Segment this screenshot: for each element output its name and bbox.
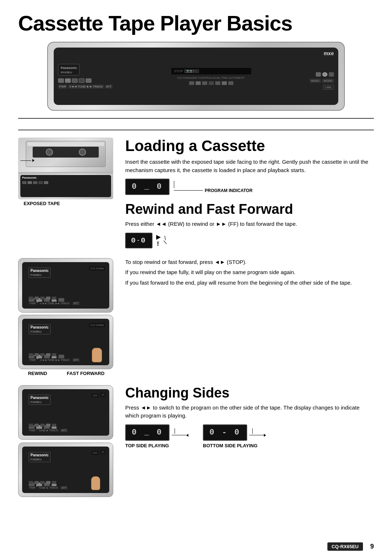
- top-side-label: TOP SIDE PLAYING: [125, 443, 169, 448]
- changing-sides-body: Press ◄► to switch to the program on the…: [125, 404, 374, 420]
- rewind-ff-heading: Rewind and Fast Forward: [125, 201, 374, 217]
- top-side-device-img: PanasonicFX65EU 25 CO: [18, 385, 113, 440]
- top-side-display-item: 0 _ 0 TOP SIDE PLAYING: [125, 424, 188, 448]
- loading-left-col: Panasonic EXPOSED: [18, 138, 114, 206]
- changing-sides-heading: Changing Sides: [125, 385, 374, 401]
- rewind-device-images: PanasonicFX65EU CO CHAN: [18, 258, 114, 376]
- program-indicator-row: 0 _ 0 PROGRAM INDICATOR: [125, 179, 374, 195]
- changing-sides-right-col: Changing Sides Press ◄► to switch to the…: [125, 385, 374, 448]
- section-divider: [18, 130, 374, 130]
- page-title: Cassette Tape Player Basics: [18, 11, 374, 35]
- ff-display: 0-0: [125, 233, 152, 248]
- top-device-section: Panasonic RX65EU PWR V◄◄ TUNE ►► TRACK A…: [18, 42, 374, 119]
- stop-text: To stop rewind or fast forward, press ◄►…: [125, 258, 374, 266]
- loading-right-col: Loading a Cassette Insert the cassette w…: [125, 138, 374, 253]
- bottom-side-device-img: PanasonicFX65EU 25 CO: [18, 443, 113, 497]
- changing-sides-displays: 0 _ 0 TOP SIDE PLAYING: [125, 424, 374, 448]
- changing-sides-section: PanasonicFX65EU 25 CO: [18, 385, 374, 497]
- loading-heading: Loading a Cassette: [125, 138, 374, 154]
- page-footer: CQ-RX65EU 9: [327, 542, 374, 551]
- rewind-ff-body: Press either ◄◄ (REW) to rewind or ►► (F…: [125, 220, 374, 228]
- mxe-label: mxe: [324, 50, 334, 56]
- program-indicator-label: PROGRAM INDICATOR: [205, 188, 253, 193]
- rw-ff-labels-row: REWIND FAST FORWARD: [18, 371, 114, 376]
- loading-section: Panasonic EXPOSED: [18, 138, 374, 253]
- fast-forward-end-text: If you fast forward to the end, play wil…: [125, 279, 374, 287]
- bottom-side-display: 0 - 0: [203, 424, 247, 441]
- ff-device-img: PanasonicFX65EU CO CHAN: [18, 315, 113, 369]
- rewind-label: REWIND: [28, 371, 47, 376]
- cassette-diagram: Panasonic: [18, 138, 113, 199]
- device-brand-label: Panasonic RX65EU: [58, 64, 79, 76]
- program-display: 0 _ 0: [125, 179, 170, 195]
- rewind-device-img: PanasonicFX65EU CO CHAN: [18, 258, 113, 313]
- stop-text-col: To stop rewind or fast forward, press ◄►…: [125, 258, 374, 292]
- bottom-side-display-item: 0 - 0 BOTTOM SIDE PLAYING: [203, 424, 266, 448]
- changing-sides-device-images: PanasonicFX65EU 25 CO: [18, 385, 114, 497]
- page-number: 9: [370, 543, 374, 550]
- main-device-illustration: Panasonic RX65EU PWR V◄◄ TUNE ►► TRACK A…: [47, 42, 345, 111]
- model-badge: CQ-RX65EU: [327, 542, 363, 551]
- exposed-tape-label: EXPOSED TAPE: [24, 201, 114, 206]
- fast-forward-label: FAST FORWARD: [67, 371, 105, 376]
- ff-display-container: 0-0 ► ! / \: [125, 233, 374, 248]
- top-side-display: 0 _ 0: [125, 424, 170, 441]
- bottom-side-label: BOTTOM SIDE PLAYING: [203, 443, 257, 448]
- rewind-stop-section: PanasonicFX65EU CO CHAN: [18, 258, 374, 376]
- rewind-full-text: If you rewind the tape fully, it will pl…: [125, 268, 374, 277]
- loading-body-text: Insert the cassette with the exposed tap…: [125, 158, 374, 174]
